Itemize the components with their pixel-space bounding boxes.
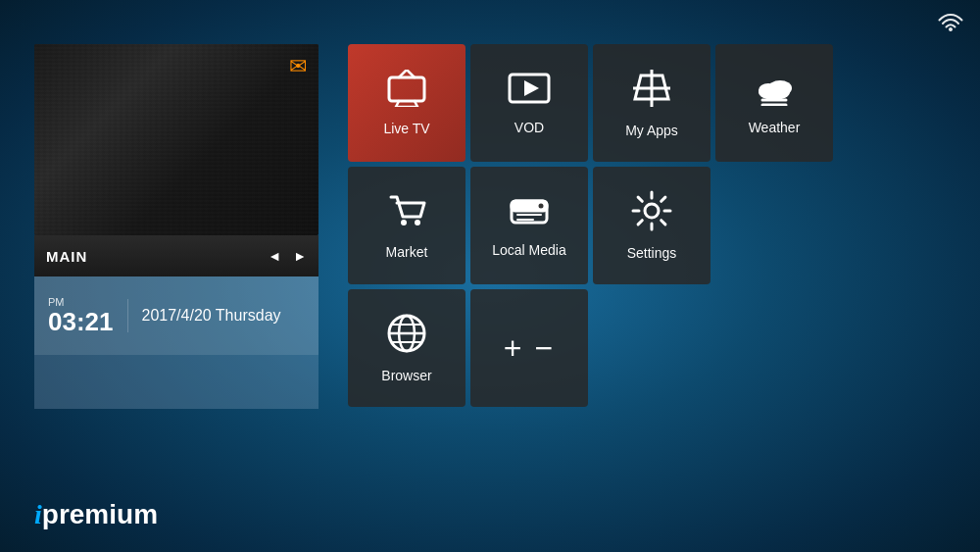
time-period: PM xyxy=(48,296,114,308)
time-block: PM 03:21 xyxy=(34,288,127,344)
live-tv-label: Live TV xyxy=(383,121,429,136)
vod-tile[interactable]: VOD xyxy=(470,44,588,162)
local-media-label: Local Media xyxy=(492,242,566,258)
svg-marker-7 xyxy=(524,80,539,96)
wifi-icon xyxy=(937,14,964,39)
svg-point-23 xyxy=(645,204,659,218)
time-date-panel: PM 03:21 2017/4/20 Thursday xyxy=(34,276,318,355)
vod-label: VOD xyxy=(514,120,544,135)
bottom-space xyxy=(34,355,318,409)
brand-premium: premium xyxy=(42,499,158,530)
weather-icon xyxy=(753,71,796,112)
weather-label: Weather xyxy=(749,120,801,135)
date-block: 2017/4/20 Thursday xyxy=(127,299,295,332)
next-channel-button[interactable]: ► xyxy=(293,248,307,264)
svg-point-15 xyxy=(401,220,407,226)
channel-name: MAIN xyxy=(46,248,87,265)
settings-icon xyxy=(631,190,672,237)
svg-rect-0 xyxy=(389,77,424,101)
market-icon xyxy=(387,191,426,236)
market-label: Market xyxy=(386,244,428,260)
my-apps-icon xyxy=(631,68,672,115)
browser-label: Browser xyxy=(381,368,431,383)
app-grid: Live TV VOD My Apps xyxy=(348,44,833,407)
browser-tile[interactable]: Browser xyxy=(348,289,466,407)
mail-icon: ✉ xyxy=(289,54,307,79)
tv-preview: ✉ xyxy=(34,44,318,235)
my-apps-label: My Apps xyxy=(625,123,678,138)
prev-channel-button[interactable]: ◄ xyxy=(268,248,281,264)
local-media-icon xyxy=(508,193,551,234)
tv-screen xyxy=(34,44,318,235)
live-tv-icon xyxy=(385,70,428,113)
settings-tile[interactable]: Settings xyxy=(593,167,710,284)
svg-point-20 xyxy=(539,204,544,209)
left-panel: ✉ MAIN ◄ ► PM 03:21 2017/4/20 Thursday xyxy=(34,44,318,409)
my-apps-tile[interactable]: My Apps xyxy=(593,44,710,162)
vod-icon xyxy=(508,71,551,112)
local-media-tile[interactable]: Local Media xyxy=(470,167,588,284)
brand: i premium xyxy=(34,499,158,530)
svg-point-16 xyxy=(415,220,420,226)
brand-i: i xyxy=(34,499,42,530)
add-remove-icon: + − xyxy=(504,332,555,364)
date-value: 2017/4/20 Thursday xyxy=(142,307,281,325)
settings-label: Settings xyxy=(627,245,677,261)
time-value: 03:21 xyxy=(48,308,114,336)
add-remove-tile[interactable]: + − xyxy=(470,289,588,407)
market-tile[interactable]: Market xyxy=(348,167,466,284)
channel-arrows[interactable]: ◄ ► xyxy=(268,248,307,264)
live-tv-tile[interactable]: Live TV xyxy=(348,44,466,162)
svg-point-12 xyxy=(768,80,792,96)
weather-tile[interactable]: Weather xyxy=(715,44,833,162)
browser-icon xyxy=(386,313,427,360)
channel-bar: MAIN ◄ ► xyxy=(34,235,318,276)
